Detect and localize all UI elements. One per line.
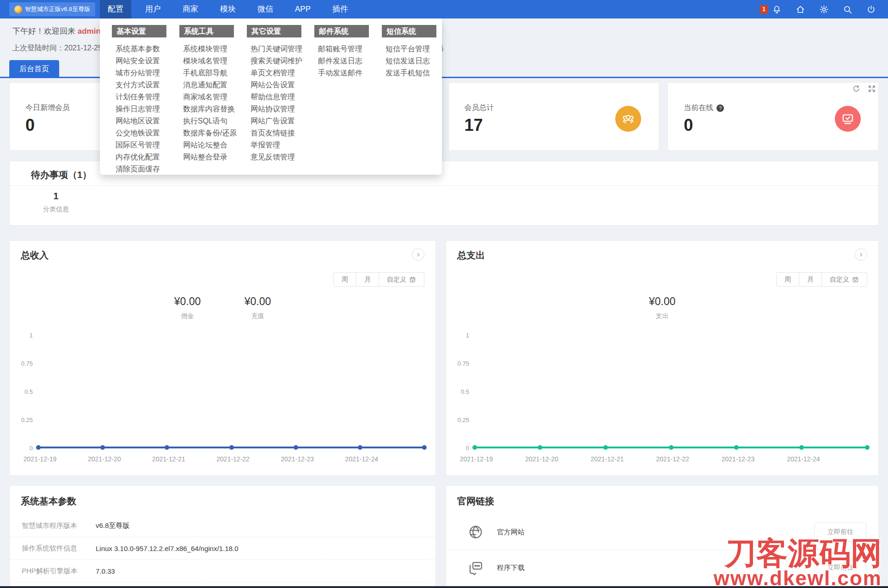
param-label: PHP解析引擎版本 [22, 567, 96, 576]
menu-item[interactable]: 清除页面缓存 [112, 163, 177, 175]
y-axis-tick: 0.75 [453, 360, 469, 367]
expense-chart-panel: 总支出 周 月 自定义 ¥0.00 支出 1 0.75 0.5 0.25 0 [446, 240, 879, 476]
todo-title: 待办事项（1） [31, 169, 92, 181]
range-custom-button[interactable]: 自定义 [379, 272, 424, 287]
search-icon[interactable] [843, 5, 852, 14]
menu-item[interactable]: 内存优化配置 [112, 151, 177, 163]
menu-item[interactable]: 国际区号管理 [112, 139, 177, 151]
todo-count: 1 [37, 191, 74, 202]
nav-item-merchants[interactable]: 商家 [175, 0, 206, 18]
x-axis-label: 2021-12-21 [591, 455, 624, 463]
menu-column-mail-system: 邮件系统 邮箱账号管理 邮件发送日志 手动发送邮件 [314, 25, 379, 79]
menu-item[interactable]: 短信发送日志 [382, 55, 447, 67]
nav-item-config[interactable]: 配置 [100, 0, 131, 18]
range-week-button[interactable]: 周 [776, 272, 799, 287]
param-label: 智慧城市程序版本 [22, 521, 96, 530]
power-icon[interactable] [866, 5, 876, 14]
menu-item[interactable]: 网站地区设置 [112, 115, 177, 127]
menu-column-other-settings: 其它设置 热门关键词管理 搜索关键词维护 单页文档管理 网站公告设置 帮助信息管… [247, 25, 312, 163]
x-axis-label: 2021-12-22 [656, 455, 689, 463]
menu-item[interactable]: 消息通知配置 [179, 79, 244, 91]
go-download-button[interactable]: 立即前往 [815, 558, 866, 577]
menu-item[interactable]: 计划任务管理 [112, 91, 177, 103]
menu-item[interactable]: 发送手机短信 [382, 67, 447, 79]
refresh-icon[interactable] [852, 85, 860, 93]
menu-item[interactable]: 执行SQL语句 [179, 115, 244, 127]
link-label: 程序下载 [497, 564, 525, 572]
site-links-panel: 官网链接 官方网站 立即前往 程序下载 立即前往 [446, 485, 879, 588]
menu-item[interactable]: 公交地铁设置 [112, 127, 177, 139]
menu-item[interactable]: 帮助信息管理 [247, 91, 312, 103]
menu-item[interactable]: 系统模块管理 [179, 43, 244, 55]
menu-item[interactable]: 网站协议管理 [247, 103, 312, 115]
expense-range-buttons: 周 月 自定义 [776, 272, 867, 287]
calendar-icon [409, 276, 416, 283]
notification-count-badge[interactable]: 1 [759, 5, 768, 14]
nav-item-wechat[interactable]: 微信 [250, 0, 281, 18]
expense-more-button[interactable] [855, 248, 867, 261]
range-month-button[interactable]: 月 [356, 272, 379, 287]
menu-item[interactable]: 支付方式设置 [112, 79, 177, 91]
menu-item[interactable]: 邮箱账号管理 [314, 43, 379, 55]
commission-label: 佣金 [159, 312, 216, 320]
menu-items: 热门关键词管理 搜索关键词维护 单页文档管理 网站公告设置 帮助信息管理 网站协… [247, 43, 312, 163]
y-axis-tick: 1 [17, 332, 33, 339]
expense-value: ¥0.00 [634, 295, 691, 308]
menu-item[interactable]: 城市分站管理 [112, 67, 177, 79]
nav-item-app[interactable]: APP [287, 0, 318, 18]
menu-item[interactable]: 手动发送邮件 [314, 67, 379, 79]
menu-item[interactable]: 搜索关键词维护 [247, 55, 312, 67]
nav-item-modules[interactable]: 模块 [212, 0, 244, 18]
menu-item[interactable]: 首页友情链接 [247, 127, 312, 139]
menu-item[interactable]: 网站整合登录 [179, 151, 244, 163]
menu-item[interactable]: 系统基本参数 [112, 43, 177, 55]
nav-item-plugins[interactable]: 插件 [325, 0, 356, 18]
data-point [358, 445, 362, 450]
menu-item[interactable]: 热门关键词管理 [247, 43, 312, 55]
menu-item[interactable]: 短信平台管理 [382, 43, 447, 55]
go-official-site-button[interactable]: 立即前往 [815, 522, 866, 542]
nav-item-users[interactable]: 用户 [137, 0, 169, 18]
income-chart-title: 总收入 [21, 249, 49, 262]
menu-item[interactable]: 手机底部导航 [179, 67, 244, 79]
range-month-button[interactable]: 月 [799, 272, 822, 287]
income-more-button[interactable] [412, 248, 424, 261]
menu-item[interactable]: 数据库备份/还原 [179, 127, 244, 139]
menu-item[interactable]: 模块域名管理 [179, 55, 244, 67]
menu-item[interactable]: 网站安全设置 [112, 55, 177, 67]
menu-item[interactable]: 网站公告设置 [247, 79, 312, 91]
todo-item-classified-info[interactable]: 1 分类信息 [37, 191, 74, 214]
range-week-button[interactable]: 周 [333, 272, 356, 287]
menu-item[interactable]: 网站论坛整合 [179, 139, 244, 151]
stat-card-total-members[interactable]: 会员总计 17 [448, 82, 660, 151]
menu-item[interactable]: 商家域名管理 [179, 91, 244, 103]
commission-value: ¥0.00 [159, 295, 216, 308]
menu-items: 系统模块管理 模块域名管理 手机底部导航 消息通知配置 商家域名管理 数据库内容… [179, 43, 244, 163]
range-custom-label: 自定义 [830, 273, 849, 286]
menu-item[interactable]: 单页文档管理 [247, 67, 312, 79]
y-axis-tick: 1 [453, 332, 469, 339]
menu-item[interactable]: 意见反馈管理 [247, 151, 312, 163]
menu-item[interactable]: 数据库内容替换 [179, 103, 244, 115]
help-icon[interactable]: ? [717, 104, 724, 112]
home-icon[interactable] [796, 5, 805, 14]
bell-icon[interactable] [772, 5, 782, 14]
data-point [100, 445, 105, 450]
x-axis-label: 2021-12-22 [216, 455, 250, 463]
range-custom-button[interactable]: 自定义 [822, 272, 867, 287]
menu-column-title: 邮件系统 [314, 25, 369, 37]
menu-item[interactable]: 操作日志管理 [112, 103, 177, 115]
menu-item[interactable]: 网站广告设置 [247, 115, 312, 127]
x-axis-label: 2021-12-19 [24, 455, 57, 463]
gear-icon[interactable] [819, 5, 829, 14]
menu-item[interactable]: 举报管理 [247, 139, 312, 151]
expense-metric: ¥0.00 支出 [634, 295, 691, 320]
data-point [538, 445, 542, 450]
stat-card-online[interactable]: 当前在线 ? 0 [668, 82, 879, 151]
menu-item[interactable]: 邮件发送日志 [314, 55, 379, 67]
app-logo[interactable]: 智慧城市正版v6.8至尊版 [9, 2, 95, 16]
list-item: 官方网站 立即前往 [446, 514, 878, 550]
expand-arrows-icon[interactable] [868, 85, 876, 93]
todo-label: 分类信息 [37, 205, 74, 214]
tab-backend-home[interactable]: 后台首页 [9, 60, 59, 78]
